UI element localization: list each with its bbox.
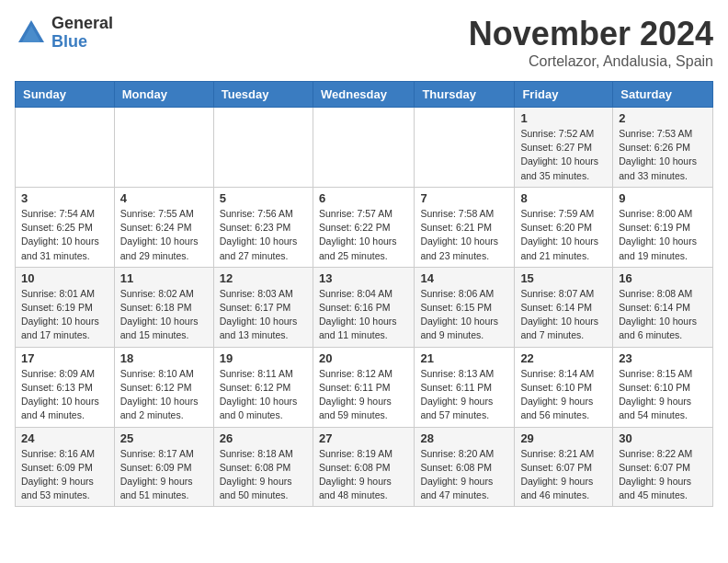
day-info: Sunrise: 7:55 AMSunset: 6:24 PMDaylight:… <box>120 207 208 263</box>
calendar-cell: 25Sunrise: 8:17 AMSunset: 6:09 PMDayligh… <box>114 427 213 507</box>
week-row-3: 17Sunrise: 8:09 AMSunset: 6:13 PMDayligh… <box>16 347 713 427</box>
calendar-header: SundayMondayTuesdayWednesdayThursdayFrid… <box>16 82 713 108</box>
calendar-cell: 14Sunrise: 8:06 AMSunset: 6:15 PMDayligh… <box>415 267 515 347</box>
calendar-cell: 16Sunrise: 8:08 AMSunset: 6:14 PMDayligh… <box>613 267 713 347</box>
calendar-cell: 20Sunrise: 8:12 AMSunset: 6:11 PMDayligh… <box>313 347 414 427</box>
day-number: 8 <box>520 191 607 205</box>
day-number: 13 <box>319 271 408 285</box>
day-info: Sunrise: 8:19 AMSunset: 6:08 PMDaylight:… <box>319 447 408 503</box>
day-number: 17 <box>21 351 108 365</box>
day-number: 19 <box>220 351 307 365</box>
header-tuesday: Tuesday <box>213 82 313 108</box>
calendar-cell: 27Sunrise: 8:19 AMSunset: 6:08 PMDayligh… <box>313 427 414 507</box>
header: General Blue November 2024 Cortelazor, A… <box>15 15 713 70</box>
calendar-cell <box>213 108 313 188</box>
day-info: Sunrise: 8:06 AMSunset: 6:15 PMDaylight:… <box>420 287 508 343</box>
month-title: November 2024 <box>469 15 713 53</box>
day-info: Sunrise: 8:02 AMSunset: 6:18 PMDaylight:… <box>120 287 208 343</box>
day-number: 9 <box>619 191 707 205</box>
day-number: 26 <box>220 431 307 445</box>
calendar-cell <box>313 108 414 188</box>
day-number: 15 <box>520 271 607 285</box>
day-info: Sunrise: 8:07 AMSunset: 6:14 PMDaylight:… <box>520 287 607 343</box>
day-number: 27 <box>319 431 408 445</box>
header-sunday: Sunday <box>16 82 115 108</box>
title-area: November 2024 Cortelazor, Andalusia, Spa… <box>469 15 713 70</box>
day-number: 23 <box>619 351 707 365</box>
calendar-cell: 5Sunrise: 7:56 AMSunset: 6:23 PMDaylight… <box>213 187 313 267</box>
location-title: Cortelazor, Andalusia, Spain <box>469 53 713 70</box>
day-number: 25 <box>120 431 208 445</box>
day-number: 24 <box>21 431 108 445</box>
day-info: Sunrise: 8:12 AMSunset: 6:11 PMDaylight:… <box>319 367 408 423</box>
day-info: Sunrise: 8:10 AMSunset: 6:12 PMDaylight:… <box>120 367 208 423</box>
day-number: 2 <box>619 111 707 125</box>
day-number: 5 <box>220 191 307 205</box>
day-number: 3 <box>21 191 108 205</box>
calendar-cell: 4Sunrise: 7:55 AMSunset: 6:24 PMDaylight… <box>114 187 213 267</box>
day-number: 4 <box>120 191 208 205</box>
day-info: Sunrise: 8:08 AMSunset: 6:14 PMDaylight:… <box>619 287 707 343</box>
calendar-cell: 26Sunrise: 8:18 AMSunset: 6:08 PMDayligh… <box>213 427 313 507</box>
header-wednesday: Wednesday <box>313 82 414 108</box>
day-number: 22 <box>520 351 607 365</box>
calendar-cell: 15Sunrise: 8:07 AMSunset: 6:14 PMDayligh… <box>515 267 613 347</box>
day-info: Sunrise: 7:52 AMSunset: 6:27 PMDaylight:… <box>520 127 607 183</box>
calendar-cell: 12Sunrise: 8:03 AMSunset: 6:17 PMDayligh… <box>213 267 313 347</box>
day-info: Sunrise: 8:22 AMSunset: 6:07 PMDaylight:… <box>619 447 707 503</box>
day-number: 14 <box>420 271 508 285</box>
header-saturday: Saturday <box>613 82 713 108</box>
calendar-cell: 29Sunrise: 8:21 AMSunset: 6:07 PMDayligh… <box>515 427 613 507</box>
day-info: Sunrise: 7:56 AMSunset: 6:23 PMDaylight:… <box>220 207 307 263</box>
day-info: Sunrise: 8:21 AMSunset: 6:07 PMDaylight:… <box>520 447 607 503</box>
calendar-cell: 23Sunrise: 8:15 AMSunset: 6:10 PMDayligh… <box>613 347 713 427</box>
header-thursday: Thursday <box>415 82 515 108</box>
day-info: Sunrise: 8:04 AMSunset: 6:16 PMDaylight:… <box>319 287 408 343</box>
week-row-0: 1Sunrise: 7:52 AMSunset: 6:27 PMDaylight… <box>16 108 713 188</box>
day-number: 10 <box>21 271 108 285</box>
day-info: Sunrise: 8:01 AMSunset: 6:19 PMDaylight:… <box>21 287 108 343</box>
day-info: Sunrise: 7:57 AMSunset: 6:22 PMDaylight:… <box>319 207 408 263</box>
day-info: Sunrise: 8:13 AMSunset: 6:11 PMDaylight:… <box>420 367 508 423</box>
day-info: Sunrise: 7:53 AMSunset: 6:26 PMDaylight:… <box>619 127 707 183</box>
day-number: 12 <box>220 271 307 285</box>
day-number: 18 <box>120 351 208 365</box>
calendar-cell: 10Sunrise: 8:01 AMSunset: 6:19 PMDayligh… <box>16 267 115 347</box>
calendar-cell: 22Sunrise: 8:14 AMSunset: 6:10 PMDayligh… <box>515 347 613 427</box>
day-info: Sunrise: 8:20 AMSunset: 6:08 PMDaylight:… <box>420 447 508 503</box>
calendar-cell: 7Sunrise: 7:58 AMSunset: 6:21 PMDaylight… <box>415 187 515 267</box>
header-row: SundayMondayTuesdayWednesdayThursdayFrid… <box>16 82 713 108</box>
header-monday: Monday <box>114 82 213 108</box>
day-number: 20 <box>319 351 408 365</box>
day-info: Sunrise: 8:18 AMSunset: 6:08 PMDaylight:… <box>220 447 307 503</box>
day-number: 30 <box>619 431 707 445</box>
calendar-cell: 1Sunrise: 7:52 AMSunset: 6:27 PMDaylight… <box>515 108 613 188</box>
logo-text: General Blue <box>51 15 113 52</box>
calendar-cell: 19Sunrise: 8:11 AMSunset: 6:12 PMDayligh… <box>213 347 313 427</box>
calendar-cell <box>415 108 515 188</box>
day-number: 6 <box>319 191 408 205</box>
week-row-1: 3Sunrise: 7:54 AMSunset: 6:25 PMDaylight… <box>16 187 713 267</box>
calendar-cell: 3Sunrise: 7:54 AMSunset: 6:25 PMDaylight… <box>16 187 115 267</box>
header-friday: Friday <box>515 82 613 108</box>
logo-icon <box>15 17 48 50</box>
day-info: Sunrise: 8:15 AMSunset: 6:10 PMDaylight:… <box>619 367 707 423</box>
day-number: 7 <box>420 191 508 205</box>
day-info: Sunrise: 8:09 AMSunset: 6:13 PMDaylight:… <box>21 367 108 423</box>
logo-general-label: General <box>51 15 113 33</box>
day-info: Sunrise: 8:11 AMSunset: 6:12 PMDaylight:… <box>220 367 307 423</box>
day-number: 11 <box>120 271 208 285</box>
calendar-cell <box>114 108 213 188</box>
calendar-cell: 28Sunrise: 8:20 AMSunset: 6:08 PMDayligh… <box>415 427 515 507</box>
calendar-cell: 24Sunrise: 8:16 AMSunset: 6:09 PMDayligh… <box>16 427 115 507</box>
calendar-body: 1Sunrise: 7:52 AMSunset: 6:27 PMDaylight… <box>16 108 713 507</box>
day-info: Sunrise: 8:00 AMSunset: 6:19 PMDaylight:… <box>619 207 707 263</box>
day-number: 16 <box>619 271 707 285</box>
calendar-cell: 18Sunrise: 8:10 AMSunset: 6:12 PMDayligh… <box>114 347 213 427</box>
week-row-4: 24Sunrise: 8:16 AMSunset: 6:09 PMDayligh… <box>16 427 713 507</box>
day-number: 29 <box>520 431 607 445</box>
day-info: Sunrise: 8:14 AMSunset: 6:10 PMDaylight:… <box>520 367 607 423</box>
calendar: SundayMondayTuesdayWednesdayThursdayFrid… <box>15 81 713 507</box>
calendar-cell: 2Sunrise: 7:53 AMSunset: 6:26 PMDaylight… <box>613 108 713 188</box>
day-info: Sunrise: 7:58 AMSunset: 6:21 PMDaylight:… <box>420 207 508 263</box>
